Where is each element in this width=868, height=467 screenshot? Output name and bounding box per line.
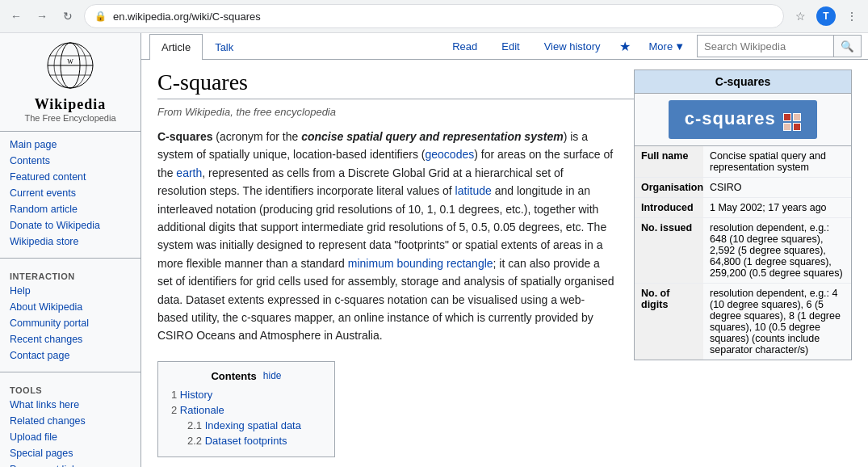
sidebar-item-current-events[interactable]: Current events: [0, 185, 140, 201]
infobox-logo-box: c-squares: [669, 100, 818, 139]
infobox-introduced-label: Introduced: [635, 198, 703, 217]
sidebar-item-about[interactable]: About Wikipedia: [0, 299, 140, 315]
wiki-container: W Wikipedia The Free Encyclopedia Main p…: [0, 33, 868, 467]
wiki-article: C-squares c-squares: [141, 60, 868, 467]
more-chevron-icon: ▼: [674, 40, 685, 53]
infobox-logo-cell: c-squares: [635, 94, 852, 146]
sidebar-item-related-changes[interactable]: Related changes: [0, 413, 140, 429]
browser-chrome: ← → ↻ 🔒 en.wikipedia.org/wiki/C-squares …: [0, 0, 868, 33]
sidebar-nav-section: Main page Contents Featured content Curr…: [0, 132, 140, 255]
sidebar-item-main-page[interactable]: Main page: [0, 137, 140, 153]
tools-heading: Tools: [0, 381, 140, 397]
menu-button[interactable]: ⋮: [842, 6, 862, 26]
infobox: C-squares c-squares: [634, 69, 852, 360]
wikipedia-globe-icon: W: [8, 41, 132, 96]
sidebar-divider-1: [0, 258, 140, 259]
article-term: C-squares: [157, 130, 212, 143]
wiki-tabs: Article Talk Read Edit View history ★ Mo…: [141, 33, 868, 60]
back-button[interactable]: ←: [6, 6, 26, 26]
infobox-noissued-label: No. issued: [635, 218, 703, 283]
sidebar-item-what-links-here[interactable]: What links here: [0, 397, 140, 413]
sidebar-item-special-pages[interactable]: Special pages: [0, 445, 140, 461]
article-link-latitude[interactable]: latitude: [455, 184, 492, 197]
profile-button[interactable]: T: [816, 6, 836, 26]
infobox-row-noissued: No. issued resolution dependent, e.g.: 6…: [635, 218, 851, 284]
sidebar-logo-subtitle: The Free Encyclopedia: [8, 113, 132, 123]
tab-edit[interactable]: Edit: [489, 33, 531, 59]
contents-title: Contents hide: [171, 370, 321, 382]
tab-more[interactable]: More ▼: [637, 33, 698, 59]
tab-article[interactable]: Article: [149, 34, 203, 60]
contents-item-history: 1 History: [171, 387, 321, 402]
tab-talk[interactable]: Talk: [203, 34, 245, 60]
infobox-logo-text: c-squares: [685, 108, 776, 128]
address-bar[interactable]: 🔒 en.wikipedia.org/wiki/C-squares: [84, 4, 784, 28]
contents-link-footprints[interactable]: Dataset footprints: [205, 435, 287, 447]
search-button[interactable]: 🔍: [834, 35, 862, 57]
infobox-title: C-squares: [635, 70, 852, 94]
infobox-row-introduced: Introduced 1 May 2002; 17 years ago: [635, 198, 851, 218]
bookmark-button[interactable]: ☆: [790, 6, 810, 26]
contents-box: Contents hide 1 History 2 Rationale 2.1 …: [157, 361, 335, 457]
wiki-main: Article Talk Read Edit View history ★ Mo…: [141, 33, 868, 467]
search-input[interactable]: [697, 35, 834, 57]
reload-button[interactable]: ↻: [58, 6, 78, 26]
wiki-content-area: C-squares c-squares: [141, 60, 868, 467]
sidebar-tools-section: Tools What links here Related changes Up…: [0, 376, 140, 467]
browser-toolbar: ← → ↻ 🔒 en.wikipedia.org/wiki/C-squares …: [0, 0, 868, 32]
contents-hide-button[interactable]: hide: [263, 370, 282, 381]
forward-button[interactable]: →: [32, 6, 52, 26]
sidebar-item-contact[interactable]: Contact page: [0, 347, 140, 364]
infobox-row-organisation: Organisation CSIRO: [635, 178, 851, 198]
tab-read[interactable]: Read: [440, 33, 489, 59]
infobox-logo-squares: [783, 113, 801, 131]
wiki-sidebar: W Wikipedia The Free Encyclopedia Main p…: [0, 33, 141, 467]
sidebar-item-contents[interactable]: Contents: [0, 153, 140, 169]
infobox-noissued-value: resolution dependent, e.g.: 648 (10 degr…: [703, 218, 851, 283]
contents-item-rationale: 2 Rationale: [171, 402, 321, 418]
sidebar-item-help[interactable]: Help: [0, 283, 140, 299]
infobox-row-nodigits: No. of digits resolution dependent, e.g.…: [635, 284, 851, 360]
infobox-nodigits-value: resolution dependent, e.g.: 4 (10 degree…: [703, 284, 851, 360]
sidebar-item-wiki-store[interactable]: Wikipedia store: [0, 234, 140, 250]
infobox-container: C-squares c-squares: [634, 69, 852, 360]
sidebar-interaction-section: Interaction Help About Wikipedia Communi…: [0, 262, 140, 368]
article-link-geocodes[interactable]: geocodes: [426, 148, 475, 161]
contents-subitem-footprints: 2.2 Dataset footprints: [171, 433, 321, 448]
sidebar-divider-2: [0, 372, 140, 372]
infobox-row-fullname: Full name Concise spatial query and repr…: [635, 146, 851, 178]
contents-link-indexing[interactable]: Indexing spatial data: [205, 419, 301, 431]
search-form: 🔍: [697, 35, 862, 57]
infobox-fullname-label: Full name: [635, 146, 703, 177]
sidebar-item-permanent-link[interactable]: Permanent link: [0, 461, 140, 467]
url-text: en.wikipedia.org/wiki/C-squares: [113, 11, 774, 23]
sidebar-logo-title: Wikipedia: [8, 96, 132, 113]
sidebar-logo: W Wikipedia The Free Encyclopedia: [0, 33, 140, 132]
lock-icon: 🔒: [94, 11, 107, 22]
sidebar-item-donate[interactable]: Donate to Wikipedia: [0, 217, 140, 234]
sidebar-item-featured-content[interactable]: Featured content: [0, 169, 140, 185]
sidebar-item-community-portal[interactable]: Community portal: [0, 315, 140, 331]
tab-view-history[interactable]: View history: [532, 33, 613, 59]
article-link-earth[interactable]: earth: [176, 166, 202, 179]
sidebar-item-upload-file[interactable]: Upload file: [0, 429, 140, 445]
contents-link-rationale[interactable]: Rationale: [180, 404, 224, 416]
contents-subitem-indexing: 2.1 Indexing spatial data: [171, 418, 321, 433]
interaction-heading: Interaction: [0, 267, 140, 283]
watchlist-star-button[interactable]: ★: [613, 36, 637, 57]
contents-link-history[interactable]: History: [180, 389, 212, 401]
sidebar-item-random-article[interactable]: Random article: [0, 201, 140, 217]
sidebar-item-recent-changes[interactable]: Recent changes: [0, 331, 140, 347]
infobox-introduced-value: 1 May 2002; 17 years ago: [703, 198, 851, 217]
article-link-mbr[interactable]: minimum bounding rectangle: [348, 257, 493, 270]
svg-text:W: W: [67, 58, 73, 65]
search-icon: 🔍: [841, 40, 854, 53]
infobox-nodigits-label: No. of digits: [635, 284, 703, 360]
infobox-org-value: CSIRO: [703, 178, 851, 197]
tabs-right: Read Edit View history ★ More ▼ 🔍: [440, 33, 868, 59]
infobox-org-label: Organisation: [635, 178, 703, 197]
infobox-fullname-value: Concise spatial query and representation…: [703, 146, 851, 177]
article-acronym: concise spatial query and representation…: [301, 130, 563, 143]
